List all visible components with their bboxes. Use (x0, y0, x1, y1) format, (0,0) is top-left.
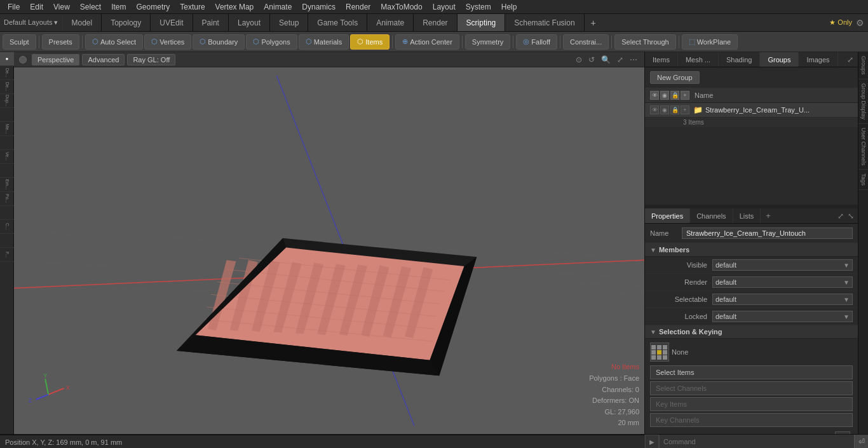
rvt-groups[interactable]: Groups (858, 52, 868, 79)
cmd-run-button[interactable]: ⏎ (854, 435, 868, 448)
lock-icon[interactable]: 🔒 (670, 91, 679, 100)
select-channels-button[interactable]: Select Channels (650, 381, 853, 395)
menu-item-vertex-map[interactable]: Vertex Map (210, 1, 259, 13)
refresh-icon[interactable]: ↺ (588, 55, 595, 64)
prop-tab-plus[interactable]: + (761, 209, 776, 222)
left-tab-10[interactable]: Po... (0, 192, 14, 206)
ray-gl-btn[interactable]: Ray GL: Off (127, 54, 175, 65)
cmd-expand-btn[interactable]: ▶ (645, 435, 659, 448)
menu-item-dynamics[interactable]: Dynamics (297, 1, 341, 13)
left-tab-0[interactable]: ● (0, 52, 14, 66)
viewport[interactable]: Perspective Advanced Ray GL: Off ⊙ ↺ 🔍 ⤢… (14, 52, 644, 434)
group-lock-icon[interactable]: 🔒 (670, 105, 679, 114)
sel-keying-section-header[interactable]: ▼ Selection & Keying (645, 325, 858, 339)
rp-expand-icon[interactable]: ⤢ (845, 54, 855, 65)
layout-selector[interactable]: Default Layouts ▾ (0, 14, 63, 31)
menu-item-view[interactable]: View (48, 1, 75, 13)
tab-setup[interactable]: Setup (270, 14, 308, 31)
items-button[interactable]: ⬡ Items (350, 34, 390, 50)
menu-item-file[interactable]: File (3, 1, 25, 13)
left-tab-7[interactable]: Ve... (0, 150, 14, 164)
left-tab-5[interactable]: Me... (0, 122, 14, 136)
rp-tab-items[interactable]: Items (645, 52, 678, 67)
members-section-header[interactable]: ▼ Members (645, 243, 858, 257)
tab-schematic-fusion[interactable]: Schematic Fusion (505, 14, 584, 31)
render-icon[interactable]: ◉ (660, 91, 669, 100)
tab-uvedit[interactable]: UVEdit (151, 14, 193, 31)
viewport-toggle[interactable] (19, 56, 27, 64)
render-dropdown[interactable]: default ▼ (712, 276, 853, 288)
materials-button[interactable]: ⬡ Materials (299, 34, 349, 50)
selectable-dropdown[interactable]: default ▼ (712, 294, 853, 305)
menu-item-edit[interactable]: Edit (25, 1, 48, 13)
tab-model[interactable]: Model (63, 14, 102, 31)
left-tab-1[interactable]: De... (0, 66, 14, 80)
auto-select-button[interactable]: ⬡ Auto Select (85, 34, 143, 50)
group-eye-icon[interactable]: 👁 (650, 105, 659, 114)
constraint-button[interactable]: Constrai... (563, 34, 609, 50)
left-tab-8[interactable] (0, 164, 14, 178)
command-input[interactable] (659, 435, 854, 448)
left-tab-3[interactable]: Dup... (0, 94, 14, 108)
locked-dropdown[interactable]: default ▼ (712, 311, 853, 322)
rp-tab-mesh[interactable]: Mesh ... (678, 52, 719, 67)
vertices-button[interactable]: ⬡ Vertices (144, 34, 191, 50)
tab-topology[interactable]: Topology (102, 14, 151, 31)
menu-item-help[interactable]: Help (496, 1, 522, 13)
workplane-button[interactable]: ⬚ WorkPlane (682, 34, 738, 50)
left-tab-2[interactable]: De... (0, 80, 14, 94)
expand-arrow-button[interactable]: » (835, 431, 850, 434)
left-tab-6[interactable] (0, 136, 14, 150)
menu-item-animate[interactable]: Animate (259, 1, 297, 13)
prop-tab-properties[interactable]: Properties (645, 208, 690, 223)
new-group-button[interactable]: New Group (650, 71, 700, 84)
search-icon[interactable]: 🔍 (601, 55, 611, 64)
rp-tab-images[interactable]: Images (799, 52, 837, 67)
action-center-button[interactable]: ⊕ Action Center (395, 34, 459, 50)
settings-icon[interactable]: ⚙ (856, 18, 864, 28)
tab-paint[interactable]: Paint (193, 14, 229, 31)
more-icon[interactable]: ⋯ (630, 55, 637, 64)
tab-scripting[interactable]: Scripting (458, 14, 506, 31)
boundary-button[interactable]: ⬡ Boundary (193, 34, 245, 50)
3d-scene[interactable]: X Y Z No Items Polygons : Face Channels:… (14, 67, 644, 434)
key-items-button[interactable]: Key Items (650, 397, 853, 411)
tab-plus[interactable]: + (585, 15, 602, 31)
menu-item-render[interactable]: Render (341, 1, 376, 13)
tab-layout[interactable]: Layout (229, 14, 270, 31)
group-render-icon[interactable]: ◉ (660, 105, 669, 114)
left-tab-14[interactable]: F... (0, 248, 14, 262)
prop-collapse-icon[interactable]: ⤡ (846, 210, 855, 222)
select-through-button[interactable]: Select Through (614, 34, 675, 50)
left-tab-9[interactable]: Em... (0, 178, 14, 192)
rvt-group-display[interactable]: Group Display (858, 79, 868, 124)
symmetry-button[interactable]: Symmetry (465, 34, 511, 50)
tab-render[interactable]: Render (414, 14, 457, 31)
sculpt-button[interactable]: Sculpt (3, 34, 36, 50)
rp-tab-shading[interactable]: Shading (719, 52, 760, 67)
left-tab-13[interactable] (0, 234, 14, 248)
falloff-button[interactable]: ◎ Falloff (516, 34, 557, 50)
menu-item-select[interactable]: Select (75, 1, 106, 13)
maximize-icon[interactable]: ⤢ (617, 55, 623, 64)
group-list-item[interactable]: 👁 ◉ 🔒 + 📁 Strawberry_Ice_Cream_Tray_U... (645, 103, 858, 118)
camera-icon[interactable]: ⊙ (576, 55, 582, 64)
name-input[interactable] (682, 227, 853, 239)
advanced-btn[interactable]: Advanced (82, 54, 125, 65)
add-child-icon[interactable]: + (681, 91, 689, 100)
left-tab-11[interactable] (0, 206, 14, 220)
prop-expand-icon[interactable]: ⤢ (836, 210, 845, 222)
select-items-button[interactable]: Select Items (650, 365, 853, 379)
menu-item-geometry[interactable]: Geometry (132, 1, 175, 13)
eye-icon[interactable]: 👁 (650, 91, 659, 100)
presets-button[interactable]: Presets (42, 34, 79, 50)
menu-item-maxtomodo[interactable]: MaxToModo (376, 1, 427, 13)
polygons-button[interactable]: ⬡ Polygons (246, 34, 297, 50)
tab-game-tools[interactable]: Game Tools (308, 14, 367, 31)
rp-tab-groups[interactable]: Groups (760, 52, 799, 67)
perspective-btn[interactable]: Perspective (32, 54, 79, 65)
menu-item-layout[interactable]: Layout (428, 1, 461, 13)
key-channels-button[interactable]: Key Channels (650, 413, 853, 427)
tab-animate[interactable]: Animate (367, 14, 414, 31)
visible-dropdown[interactable]: default ▼ (712, 259, 853, 271)
